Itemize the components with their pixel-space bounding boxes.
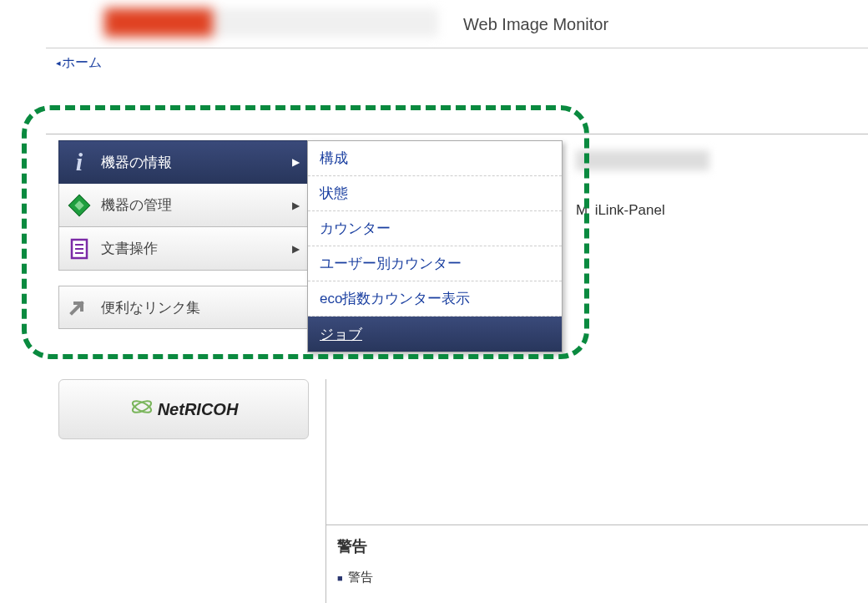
sidebar-item-useful-links[interactable]: 便利なリンク集 — [58, 286, 309, 329]
chevron-right-icon: ▶ — [292, 243, 300, 255]
app-title: Web Image Monitor — [463, 15, 608, 34]
home-link[interactable]: ホーム — [56, 54, 102, 72]
document-icon — [68, 237, 91, 261]
leaf-icon — [129, 394, 154, 425]
sidebar-item-label: 便利なリンク集 — [101, 298, 200, 317]
netricoh-button[interactable]: NetRICOH — [58, 379, 309, 439]
submenu-item-status[interactable]: 状態 — [308, 176, 562, 211]
panel-label-text: iLink-Panel — [595, 202, 665, 218]
netricoh-label: NetRICOH — [158, 400, 239, 419]
sidebar-item-label: 機器の情報 — [101, 153, 172, 172]
submenu-item-eco-counter[interactable]: eco指数カウンター表示 — [308, 281, 562, 317]
info-icon: i — [68, 150, 91, 174]
divider-vertical — [326, 379, 326, 603]
submenu-item-counter[interactable]: カウンター — [308, 211, 562, 246]
panel-label: M iLink-Panel — [576, 202, 709, 219]
warning-title: 警告 — [337, 536, 373, 556]
submenu-item-user-counter[interactable]: ユーザー別カウンター — [308, 246, 562, 281]
breadcrumb: ホーム — [46, 48, 868, 77]
submenu-item-config[interactable]: 構成 — [308, 141, 562, 176]
gear-icon — [68, 194, 91, 217]
sidebar-item-device-mgmt[interactable]: 機器の管理 ▶ — [58, 184, 309, 227]
warning-divider — [326, 524, 868, 525]
content-area: M iLink-Panel — [576, 150, 709, 219]
sidebar-item-label: 文書操作 — [101, 239, 158, 258]
sidebar: i 機器の情報 ▶ 機器の管理 ▶ 文書操作 ▶ 便利なリンク集 NetRICO… — [58, 140, 309, 439]
top-header: Web Image Monitor — [46, 0, 868, 48]
warning-item: 警告 — [337, 570, 373, 585]
submenu-item-job[interactable]: ジョブ — [308, 317, 562, 352]
panel-label-prefix: M — [576, 202, 587, 218]
sidebar-item-device-info[interactable]: i 機器の情報 ▶ — [58, 140, 309, 184]
sidebar-item-label: 機器の管理 — [101, 195, 172, 215]
divider-horizontal — [46, 134, 868, 134]
arrow-out-icon — [68, 296, 91, 319]
warning-block: 警告 警告 — [337, 536, 373, 585]
sidebar-item-document-ops[interactable]: 文書操作 ▶ — [58, 227, 309, 271]
chevron-right-icon: ▶ — [292, 200, 300, 211]
brand-logo-blurred — [104, 8, 438, 37]
submenu-device-info: 構成 状態 カウンター ユーザー別カウンター eco指数カウンター表示 ジョブ — [307, 140, 563, 352]
device-name-blurred — [576, 150, 709, 170]
chevron-right-icon: ▶ — [292, 156, 300, 168]
